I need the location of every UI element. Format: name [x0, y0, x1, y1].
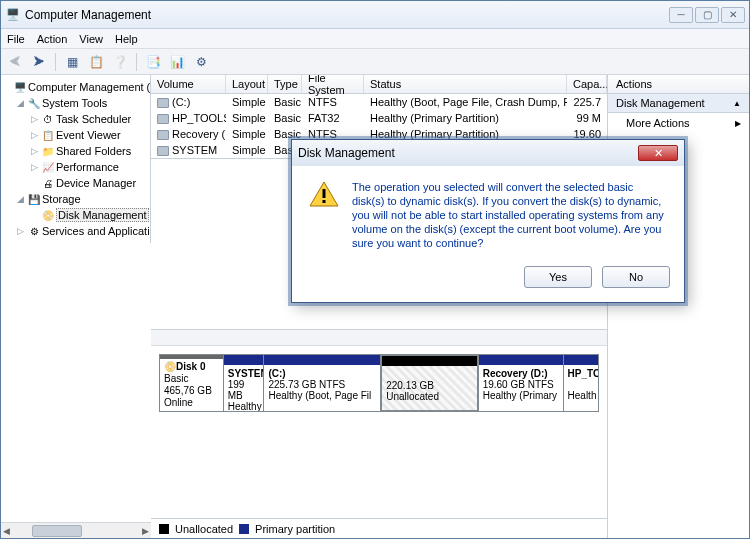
svg-rect-1	[323, 200, 326, 203]
legend-swatch-unallocated	[159, 524, 169, 534]
drive-icon	[157, 114, 169, 124]
show-hide-tree-icon[interactable]: ▦	[62, 52, 82, 72]
yes-button[interactable]: Yes	[524, 266, 592, 288]
menu-file[interactable]: File	[7, 33, 25, 45]
drive-icon	[157, 130, 169, 140]
app-icon: 🖥️	[5, 7, 21, 23]
actions-more[interactable]: More Actions▶	[608, 113, 749, 133]
confirm-dialog: Disk Management ✕ The operation you sele…	[291, 139, 685, 303]
tree-system-tools[interactable]: ◢🔧System Tools	[1, 95, 150, 111]
window-title: Computer Management	[25, 8, 669, 22]
titlebar: 🖥️ Computer Management ─ ▢ ✕	[1, 1, 749, 29]
separator	[55, 53, 56, 71]
properties-icon[interactable]: 📋	[86, 52, 106, 72]
nav-tree[interactable]: 🖥️Computer Management (Local) ◢🔧System T…	[1, 75, 151, 243]
volume-row[interactable]: (C:)SimpleBasicNTFSHealthy (Boot, Page F…	[151, 94, 607, 110]
toolbar: ⮜ ⮞ ▦ 📋 ❔ 📑 📊 ⚙	[1, 49, 749, 75]
drive-icon	[157, 146, 169, 156]
help-icon[interactable]: ❔	[110, 52, 130, 72]
refresh-icon[interactable]: 📑	[143, 52, 163, 72]
volume-list-header: Volume Layout Type File System Status Ca…	[151, 75, 607, 94]
actions-header: Actions	[608, 75, 749, 94]
partition-hptools[interactable]: HP_TOHealth	[564, 354, 599, 412]
tree-hscrollbar[interactable]: ◀ ▶	[1, 522, 151, 538]
menu-view[interactable]: View	[79, 33, 103, 45]
legend: Unallocated Primary partition	[151, 518, 607, 538]
separator	[136, 53, 137, 71]
disk-pane-toolbar	[151, 330, 607, 346]
partition-unallocated[interactable]: 220.13 GBUnallocated	[381, 354, 478, 412]
dialog-close-button[interactable]: ✕	[638, 145, 678, 161]
col-status[interactable]: Status	[364, 75, 567, 93]
scrollbar-thumb[interactable]	[32, 525, 82, 537]
disk-row: 📀Disk 0 Basic 465,76 GB Online SYSTEM199…	[159, 354, 599, 412]
legend-swatch-primary	[239, 524, 249, 534]
partition-recovery[interactable]: Recovery (D:)19.60 GB NTFSHealthy (Prima…	[479, 354, 564, 412]
no-button[interactable]: No	[602, 266, 670, 288]
actions-section-disk-mgmt[interactable]: Disk Management▲	[608, 94, 749, 113]
svg-rect-0	[323, 189, 326, 198]
forward-icon[interactable]: ⮞	[29, 52, 49, 72]
tree-device-manager[interactable]: 🖨Device Manager	[1, 175, 150, 191]
volume-row[interactable]: HP_TOOLSSimpleBasicFAT32Healthy (Primary…	[151, 110, 607, 126]
partition-system[interactable]: SYSTEM199 MBHealthy	[224, 354, 265, 412]
menu-help[interactable]: Help	[115, 33, 138, 45]
chevron-right-icon: ▶	[735, 119, 741, 128]
legend-label: Unallocated	[175, 523, 233, 535]
disk-header[interactable]: 📀Disk 0 Basic 465,76 GB Online	[159, 354, 224, 412]
col-layout[interactable]: Layout	[226, 75, 268, 93]
list-icon[interactable]: 📊	[167, 52, 187, 72]
tree-performance[interactable]: ▷📈Performance	[1, 159, 150, 175]
close-button[interactable]: ✕	[721, 7, 745, 23]
disk-icon: 📀	[164, 361, 176, 372]
computer-management-window: 🖥️ Computer Management ─ ▢ ✕ File Action…	[0, 0, 750, 539]
tree-task-scheduler[interactable]: ▷⏱Task Scheduler	[1, 111, 150, 127]
col-volume[interactable]: Volume	[151, 75, 226, 93]
dialog-buttons: Yes No	[292, 258, 684, 302]
legend-label: Primary partition	[255, 523, 335, 535]
col-type[interactable]: Type	[268, 75, 302, 93]
collapse-icon: ▲	[733, 99, 741, 108]
tree-event-viewer[interactable]: ▷📋Event Viewer	[1, 127, 150, 143]
dialog-text: The operation you selected will convert …	[352, 180, 668, 250]
partition-c[interactable]: (C:)225.73 GB NTFSHealthy (Boot, Page Fi…	[264, 354, 381, 412]
tree-root[interactable]: 🖥️Computer Management (Local)	[1, 79, 150, 95]
maximize-button[interactable]: ▢	[695, 7, 719, 23]
dialog-title: Disk Management	[298, 146, 638, 160]
tree-storage[interactable]: ◢💾Storage	[1, 191, 150, 207]
menu-action[interactable]: Action	[37, 33, 68, 45]
tree-shared-folders[interactable]: ▷📁Shared Folders	[1, 143, 150, 159]
settings-icon[interactable]: ⚙	[191, 52, 211, 72]
menubar: File Action View Help	[1, 29, 749, 49]
back-icon: ⮜	[5, 52, 25, 72]
col-filesystem[interactable]: File System	[302, 75, 364, 93]
drive-icon	[157, 98, 169, 108]
dialog-titlebar: Disk Management ✕	[292, 140, 684, 166]
dialog-body: The operation you selected will convert …	[292, 166, 684, 258]
minimize-button[interactable]: ─	[669, 7, 693, 23]
tree-disk-management[interactable]: 📀Disk Management	[1, 207, 150, 223]
warning-icon	[308, 180, 340, 208]
disk-graphic-pane: 📀Disk 0 Basic 465,76 GB Online SYSTEM199…	[151, 329, 607, 538]
tree-services[interactable]: ▷⚙Services and Applications	[1, 223, 150, 239]
col-capacity[interactable]: Capa...	[567, 75, 607, 93]
